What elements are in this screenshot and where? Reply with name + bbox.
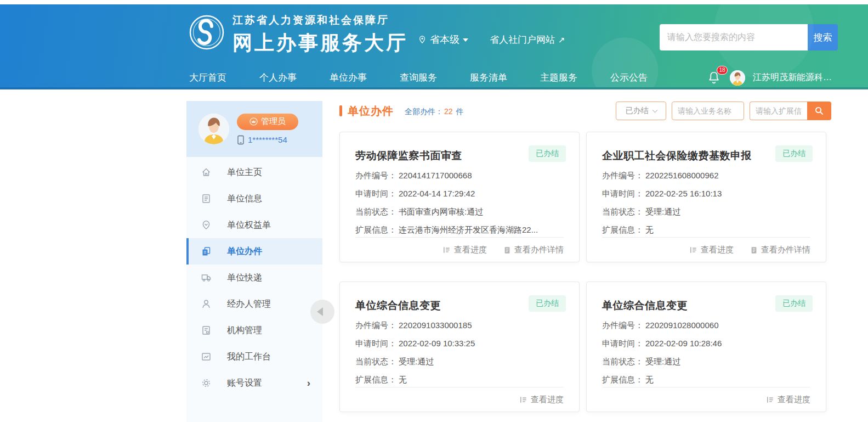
sidebar-item-my-workbench[interactable]: 我的工作台 <box>186 344 322 370</box>
nav-item-company[interactable]: 单位办事 <box>330 71 367 84</box>
sidebar-item-unit-info[interactable]: 单位信息 <box>186 185 322 212</box>
current-status-row: 当前状态：书面审查内网审核:通过 <box>355 206 564 217</box>
card-actions: 查看进度 <box>766 395 810 405</box>
card-divider <box>602 237 810 238</box>
view-progress-link[interactable]: 查看进度 <box>766 395 810 405</box>
nav-item-query[interactable]: 查询服务 <box>400 71 437 84</box>
gov-logo-icon <box>189 14 225 50</box>
phone-number: 1********54 <box>248 135 287 144</box>
copy-files-icon <box>201 246 212 257</box>
field-label: 办件编号： <box>355 320 396 331</box>
view-progress-link[interactable]: 查看进度 <box>519 395 564 405</box>
sidebar: 管理员 1********54 单位主页 单位信息 <box>186 101 322 422</box>
ext-info-row: 扩展信息：连云港市海州经济开发区香海湖路22... <box>355 224 564 235</box>
filter-bar: 已办结 <box>616 102 831 120</box>
field-label: 扩展信息： <box>602 374 643 385</box>
field-label: 申请时间： <box>355 188 396 199</box>
nav-right-cluster: 18 江苏明茂新能源科… <box>707 66 832 89</box>
apply-time-row: 申请时间：2022-02-09 10:28:46 <box>602 338 810 349</box>
nav-item-personal[interactable]: 个人办事 <box>259 71 297 84</box>
ext-info-search-group <box>750 102 831 120</box>
title-block: 江苏省人力资源和社会保障厅 网上办事服务大厅 <box>232 13 408 57</box>
business-name-input[interactable] <box>672 102 744 120</box>
total-count: 全部办件：22 件 <box>405 107 463 117</box>
total-label: 全部办件： <box>405 107 443 116</box>
total-count-value: 22 <box>443 107 454 116</box>
location-pin-icon <box>418 35 427 44</box>
field-label: 当前状态： <box>355 356 396 367</box>
case-number-row: 办件编号：2202251608000962 <box>602 170 810 181</box>
sidebar-item-unit-home[interactable]: 单位主页 <box>186 159 322 185</box>
view-detail-link[interactable]: 查看办件详情 <box>750 245 810 255</box>
field-label: 申请时间： <box>602 338 643 349</box>
ext-info-input[interactable] <box>750 102 807 120</box>
field-label: 当前状态： <box>355 206 396 217</box>
view-progress-link[interactable]: 查看进度 <box>689 245 734 255</box>
apply-time: 2022-02-25 16:10:13 <box>645 188 722 199</box>
user-icon <box>201 299 212 310</box>
view-detail-link[interactable]: 查看办件详情 <box>503 245 564 255</box>
nav-item-service-list[interactable]: 服务清单 <box>470 71 507 84</box>
current-status-row: 当前状态：受理:通过 <box>602 206 810 217</box>
case-number-row: 办件编号：2202091033000185 <box>355 320 564 331</box>
card-divider <box>355 237 564 238</box>
view-progress-label: 查看进度 <box>454 245 487 255</box>
sidebar-item-org-management[interactable]: 机构管理 <box>186 317 322 344</box>
nav-item-theme[interactable]: 主题服务 <box>540 71 577 84</box>
search-icon <box>814 106 824 116</box>
progress-list-icon <box>442 246 451 254</box>
company-name[interactable]: 江苏明茂新能源科… <box>753 72 832 83</box>
case-card: 单位综合信息变更 已办结 办件编号：2202091028000060 申请时间：… <box>586 282 826 412</box>
nav-item-announcement[interactable]: 公示公告 <box>610 71 648 84</box>
truck-icon <box>201 272 212 283</box>
status-badge: 已办结 <box>529 145 566 162</box>
apply-time: 2022-02-09 10:28:46 <box>645 338 722 349</box>
search-input[interactable] <box>660 24 808 50</box>
profile-info: 管理员 1********54 <box>237 114 298 145</box>
status-badge: 已办结 <box>775 145 813 162</box>
detail-clipboard-icon <box>503 246 511 254</box>
field-label: 扩展信息： <box>602 224 643 235</box>
apply-time: 2022-02-09 10:33:25 <box>399 338 475 349</box>
ext-info-row: 扩展信息：无 <box>602 374 810 385</box>
apply-time-row: 申请时间：2022-02-09 10:33:25 <box>355 338 564 349</box>
file-gear-icon <box>201 325 212 336</box>
crown-icon <box>249 117 258 126</box>
sidebar-item-label: 机构管理 <box>227 325 262 336</box>
card-actions: 查看进度 查看办件详情 <box>442 245 564 255</box>
nav-item-home[interactable]: 大厅首页 <box>189 71 226 84</box>
sidebar-item-account-settings[interactable]: 账号设置 › <box>186 370 322 396</box>
view-progress-link[interactable]: 查看进度 <box>442 245 487 255</box>
status-filter-dropdown[interactable]: 已办结 <box>616 102 666 120</box>
current-status: 书面审查内网审核:通过 <box>399 206 483 217</box>
gov-logo <box>189 14 225 50</box>
section-accent-bar <box>339 105 342 116</box>
avatar[interactable] <box>730 70 745 86</box>
notification-bell[interactable]: 18 <box>707 70 722 86</box>
sidebar-item-unit-rights[interactable]: 单位权益单 <box>186 212 322 238</box>
gear-icon <box>201 378 212 389</box>
portal-link[interactable]: 省人社门户网站 ↗ <box>490 33 565 46</box>
region-selector[interactable]: 省本级 <box>418 33 468 46</box>
page-title: 单位办件 <box>348 104 394 119</box>
sidebar-item-unit-express[interactable]: 单位快递 <box>186 265 322 291</box>
sidebar-menu: 单位主页 单位信息 单位权益单 单位办件 单位快递 <box>186 157 322 396</box>
region-label: 省本级 <box>430 33 459 46</box>
search-button[interactable]: 搜索 <box>808 24 838 50</box>
ext-info-row: 扩展信息：无 <box>602 224 810 235</box>
progress-list-icon <box>766 396 774 404</box>
case-card: 企业职工社会保险缴费基数申报 已办结 办件编号：2202251608000962… <box>586 132 826 262</box>
field-label: 申请时间： <box>355 338 396 349</box>
current-status: 受理:通过 <box>399 356 434 367</box>
filter-search-button[interactable] <box>807 102 831 120</box>
case-card: 劳动保障监察书面审查 已办结 办件编号：2204141717000668 申请时… <box>339 132 580 262</box>
sidebar-item-unit-cases[interactable]: 单位办件 <box>186 238 322 265</box>
ext-info: 连云港市海州经济开发区香海湖路22... <box>399 224 538 235</box>
view-progress-label: 查看进度 <box>701 245 734 255</box>
sidebar-collapse-toggle[interactable] <box>310 300 334 324</box>
sidebar-item-agent-management[interactable]: 经办人管理 <box>186 291 322 317</box>
sidebar-item-label: 单位快递 <box>227 272 262 284</box>
phone-icon <box>237 135 245 145</box>
view-progress-label: 查看进度 <box>778 395 810 405</box>
ext-info: 无 <box>399 374 407 385</box>
